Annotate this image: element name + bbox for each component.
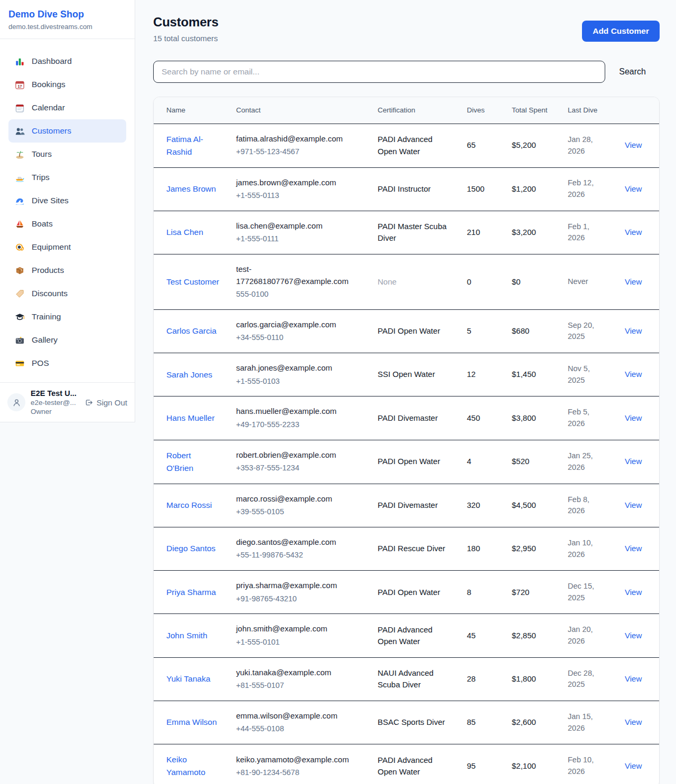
customer-name-link[interactable]: Marco Rossi bbox=[166, 499, 212, 512]
customer-name-cell: Priya Sharma bbox=[154, 571, 228, 614]
customer-certification: SSI Open Water bbox=[369, 353, 458, 396]
customer-certification: PADI Advanced Open Water bbox=[369, 124, 458, 167]
customer-dives: 450 bbox=[458, 396, 503, 440]
customer-dives: 95 bbox=[458, 744, 503, 784]
customer-name-link[interactable]: Lisa Chen bbox=[166, 226, 203, 239]
sidebar-item-bookings[interactable]: 17Bookings bbox=[8, 73, 126, 96]
customer-name-link[interactable]: Priya Sharma bbox=[166, 586, 216, 599]
sidebar-item-boats[interactable]: Boats bbox=[8, 212, 126, 235]
customer-name-link[interactable]: Diego Santos bbox=[166, 542, 215, 555]
customer-phone: +81-555-0107 bbox=[236, 680, 361, 692]
customer-name-link[interactable]: Hans Mueller bbox=[166, 412, 214, 424]
customer-contact-cell: yuki.tanaka@example.com+81-555-0107 bbox=[228, 657, 369, 701]
view-link[interactable]: View bbox=[625, 544, 642, 553]
customer-total-spent: $1,200 bbox=[503, 167, 559, 211]
sidebar-nav: Dashboard17BookingsCalendarCustomersTour… bbox=[0, 39, 135, 382]
table-row: Test Customertest-1772681807767@example.… bbox=[154, 254, 660, 310]
sidebar-item-gallery[interactable]: Gallery bbox=[8, 328, 126, 352]
customer-name-link[interactable]: Carlos Garcia bbox=[166, 325, 217, 337]
customer-email: james.brown@example.com bbox=[236, 177, 361, 189]
sidebar-item-calendar[interactable]: Calendar bbox=[8, 96, 126, 119]
sidebar-item-trips[interactable]: Trips bbox=[8, 166, 126, 189]
sign-out-button[interactable]: Sign Out bbox=[84, 398, 127, 407]
customers-table: Name Contact Certification Dives Total S… bbox=[154, 97, 660, 784]
customer-certification: PADI Divemaster bbox=[369, 484, 458, 527]
customer-name-cell: Diego Santos bbox=[154, 527, 228, 570]
view-link[interactable]: View bbox=[625, 717, 642, 726]
sidebar-item-tours[interactable]: Tours bbox=[8, 143, 126, 166]
view-link[interactable]: View bbox=[625, 457, 642, 466]
view-link[interactable]: View bbox=[625, 370, 642, 379]
main-content: Customers 15 total customers Add Custome… bbox=[136, 0, 676, 784]
view-link[interactable]: View bbox=[625, 500, 642, 509]
view-link[interactable]: View bbox=[625, 326, 642, 335]
customer-email: fatima.alrashid@example.com bbox=[236, 133, 361, 145]
sign-out-icon bbox=[84, 398, 93, 407]
customer-name-link[interactable]: Sarah Jones bbox=[166, 369, 212, 381]
customer-last-dive: Feb 8, 2026 bbox=[559, 484, 616, 527]
sidebar-item-customers[interactable]: Customers bbox=[8, 119, 126, 143]
search-button[interactable]: Search bbox=[605, 67, 660, 77]
view-link[interactable]: View bbox=[625, 277, 642, 286]
table-row: Diego Santosdiego.santos@example.com+55-… bbox=[154, 527, 660, 570]
view-link[interactable]: View bbox=[625, 413, 642, 422]
user-name: E2E Test U... bbox=[31, 389, 79, 398]
customer-dives: 8 bbox=[458, 571, 503, 614]
customer-contact-cell: lisa.chen@example.com+1-555-0111 bbox=[228, 211, 369, 254]
sidebar-item-pos[interactable]: POS bbox=[8, 352, 126, 375]
sidebar-item-discounts[interactable]: Discounts bbox=[8, 282, 126, 305]
customer-email: sarah.jones@example.com bbox=[236, 362, 361, 374]
customer-name-link[interactable]: Keiko Yamamoto bbox=[166, 753, 219, 779]
customer-total-spent: $5,200 bbox=[503, 124, 559, 167]
sidebar-item-dive-sites[interactable]: Dive Sites bbox=[8, 189, 126, 212]
customer-contact-cell: john.smith@example.com+1-555-0101 bbox=[228, 614, 369, 657]
customer-name-link[interactable]: Emma Wilson bbox=[166, 716, 217, 729]
customer-certification: BSAC Sports Diver bbox=[369, 701, 458, 744]
customer-name-link[interactable]: Test Customer bbox=[166, 276, 219, 288]
bar-chart-icon bbox=[15, 56, 25, 67]
sidebar-item-equipment[interactable]: Equipment bbox=[8, 235, 126, 259]
view-link[interactable]: View bbox=[625, 761, 642, 770]
customer-name-link[interactable]: James Brown bbox=[166, 183, 216, 195]
customer-certification: PADI Advanced Open Water bbox=[369, 744, 458, 784]
customer-email: test-1772681807767@example.com bbox=[236, 263, 361, 287]
view-link[interactable]: View bbox=[625, 674, 642, 683]
sidebar-item-label: Calendar bbox=[32, 103, 65, 112]
customer-certification: PADI Advanced Open Water bbox=[369, 614, 458, 657]
customer-dives: 0 bbox=[458, 254, 503, 310]
view-link[interactable]: View bbox=[625, 184, 642, 193]
customer-total-spent: $2,100 bbox=[503, 744, 559, 784]
view-link[interactable]: View bbox=[625, 588, 642, 597]
customer-name-link[interactable]: Robert O'Brien bbox=[166, 449, 219, 475]
customer-last-dive: Jan 28, 2026 bbox=[559, 124, 616, 167]
sign-out-label: Sign Out bbox=[97, 398, 127, 407]
view-link[interactable]: View bbox=[625, 228, 642, 237]
customer-total-spent: $3,800 bbox=[503, 396, 559, 440]
view-link[interactable]: View bbox=[625, 631, 642, 640]
customer-email: carlos.garcia@example.com bbox=[236, 319, 361, 331]
shop-title[interactable]: Demo Dive Shop bbox=[8, 9, 126, 20]
sidebar-item-label: Customers bbox=[32, 126, 71, 136]
user-info: E2E Test U... e2e-tester@... Owner bbox=[31, 389, 79, 415]
customer-phone: +1-555-0101 bbox=[236, 637, 361, 648]
sidebar-item-training[interactable]: Training bbox=[8, 305, 126, 328]
customer-name-link[interactable]: Yuki Tanaka bbox=[166, 673, 210, 685]
sidebar-item-products[interactable]: Products bbox=[8, 259, 126, 282]
sidebar-item-label: Boats bbox=[32, 219, 53, 229]
customer-contact-cell: james.brown@example.com+1-555-0113 bbox=[228, 167, 369, 211]
table-row: Marco Rossimarco.rossi@example.com+39-55… bbox=[154, 484, 660, 527]
add-customer-button[interactable]: Add Customer bbox=[582, 21, 660, 42]
calendar-icon bbox=[15, 103, 25, 113]
customer-total-spent: $2,600 bbox=[503, 701, 559, 744]
view-link[interactable]: View bbox=[625, 140, 642, 149]
credit-card-icon bbox=[15, 358, 25, 369]
sidebar-item-dashboard[interactable]: Dashboard bbox=[8, 50, 126, 73]
customer-name-link[interactable]: Fatima Al-Rashid bbox=[166, 133, 219, 158]
customer-phone: +49-170-555-2233 bbox=[236, 419, 361, 431]
column-header-name: Name bbox=[154, 97, 228, 124]
customer-email: priya.sharma@example.com bbox=[236, 580, 361, 592]
customer-actions-cell: View bbox=[616, 353, 660, 396]
customer-contact-cell: keiko.yamamoto@example.com+81-90-1234-56… bbox=[228, 744, 369, 784]
search-input[interactable] bbox=[153, 61, 605, 83]
customer-name-link[interactable]: John Smith bbox=[166, 629, 208, 642]
